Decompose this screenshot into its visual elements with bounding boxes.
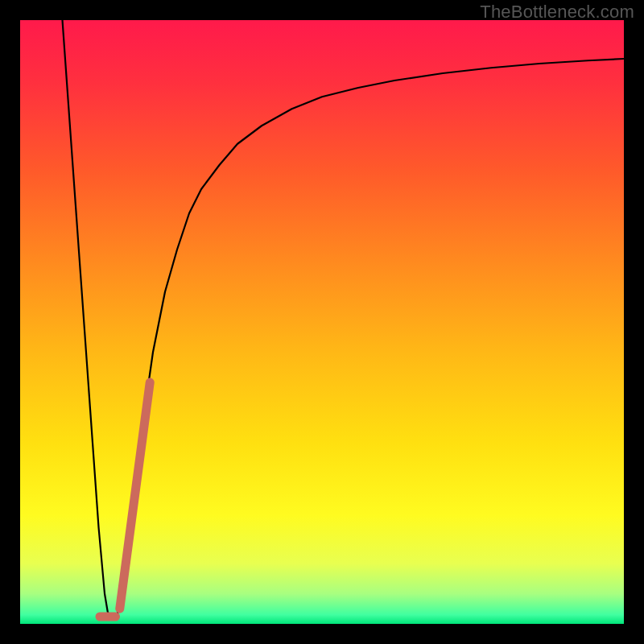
plot-area	[20, 20, 624, 624]
watermark-text: TheBottleneck.com	[480, 2, 634, 23]
curve-layer	[20, 20, 624, 624]
chart-frame: TheBottleneck.com	[0, 0, 644, 644]
series-curve	[63, 20, 625, 618]
series-highlight-segment	[120, 382, 151, 609]
